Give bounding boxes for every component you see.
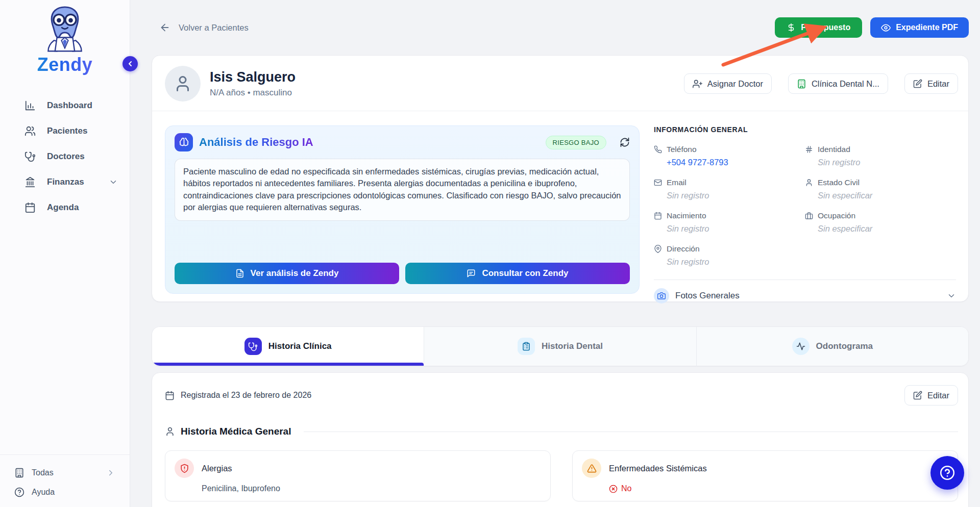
alert-triangle-icon-chip xyxy=(582,459,601,478)
assign-doctor-label: Asignar Doctor xyxy=(707,79,763,89)
ai-risk-card: Análisis de Riesgo IA RIESGO BAJO Pacien… xyxy=(165,125,640,294)
patient-body: Análisis de Riesgo IA RIESGO BAJO Pacien… xyxy=(152,111,968,303)
tab-label: Historia Clínica xyxy=(268,341,332,351)
field-label: Estado Civil xyxy=(818,178,860,187)
phone-link[interactable]: +504 9727-8793 xyxy=(667,158,805,167)
fotos-generales-toggle[interactable]: Fotos Generales xyxy=(654,288,956,303)
clipboard-icon-chip xyxy=(518,338,535,355)
help-icon xyxy=(14,487,24,497)
avatar xyxy=(165,66,201,102)
activity-icon xyxy=(796,342,805,351)
tab-historia-dental[interactable]: Historia Dental xyxy=(424,327,696,366)
sidebar-item-doctores[interactable]: Doctores xyxy=(0,144,130,169)
alergias-card: Alergias Penicilina, Ibuprofeno xyxy=(165,450,551,501)
field-ocupacion: Ocupación Sin especificar xyxy=(805,211,956,234)
topbar: Volver a Pacientes Presupuesto Expedient… xyxy=(152,15,969,40)
hash-icon xyxy=(805,145,813,154)
sidebar-item-label: Ayuda xyxy=(32,488,55,497)
building-icon xyxy=(14,468,24,478)
field-value: Sin registro xyxy=(667,257,805,267)
patient-meta: N/A años • masculino xyxy=(210,88,296,98)
shield-alert-icon xyxy=(180,464,189,473)
help-fab-button[interactable] xyxy=(930,456,964,490)
info-grid: Teléfono +504 9727-8793 Email Sin regist… xyxy=(654,145,956,277)
field-estado-civil: Estado Civil Sin especificar xyxy=(805,178,956,200)
field-direccion: Dirección Sin registro xyxy=(654,244,805,267)
refresh-analysis-button[interactable] xyxy=(620,137,630,147)
user-icon xyxy=(165,426,175,437)
sidebar-item-agenda[interactable]: Agenda xyxy=(0,195,130,220)
historia-clinica-panel: Registrada el 23 de febrero de 2026 Edit… xyxy=(152,372,969,507)
eye-icon xyxy=(881,23,891,33)
map-pin-icon xyxy=(654,245,662,253)
consult-zendy-button[interactable]: Consultar con Zendy xyxy=(405,263,630,284)
sidebar-item-ayuda[interactable]: Ayuda xyxy=(14,483,115,502)
brain-icon xyxy=(179,137,189,148)
zendy-tooth-mascot-logo xyxy=(40,5,89,56)
calendar-icon xyxy=(165,391,175,400)
info-column-left: Teléfono +504 9727-8793 Email Sin regist… xyxy=(654,145,805,277)
consult-zendy-label: Consultar con Zendy xyxy=(482,268,568,278)
field-label: Identidad xyxy=(818,145,850,154)
sidebar-item-label: Pacientes xyxy=(47,126,87,136)
view-analysis-label: Ver análisis de Zendy xyxy=(251,268,339,278)
field-value: Sin especificar xyxy=(818,224,956,234)
sidebar-item-finanzas[interactable]: Finanzas xyxy=(0,169,130,195)
main-content: Volver a Pacientes Presupuesto Expedient… xyxy=(130,0,980,507)
card-value-negative: No xyxy=(609,484,948,493)
risk-card-header: Análisis de Riesgo IA RIESGO BAJO xyxy=(175,133,630,151)
back-to-patients-link[interactable]: Volver a Pacientes xyxy=(152,22,249,33)
info-title: INFORMACIÓN GENERAL xyxy=(654,125,956,134)
chevron-down-icon xyxy=(947,291,956,300)
bank-icon xyxy=(24,176,36,188)
chevron-down-icon xyxy=(109,178,118,187)
tab-label: Odontograma xyxy=(816,341,873,351)
users-icon xyxy=(24,125,36,137)
chat-icon xyxy=(467,269,476,278)
user-icon xyxy=(174,74,192,93)
calendar-icon xyxy=(24,202,36,213)
camera-icon-chip xyxy=(654,288,669,303)
clinic-label: Clínica Dental N... xyxy=(812,79,879,89)
arrow-left-icon xyxy=(159,22,170,33)
phone-icon xyxy=(654,145,662,154)
edit-history-button[interactable]: Editar xyxy=(904,385,958,405)
view-analysis-button[interactable]: Ver análisis de Zendy xyxy=(175,263,399,284)
field-email: Email Sin registro xyxy=(654,178,805,200)
tab-historia-clinica[interactable]: Historia Clínica xyxy=(152,327,424,366)
patient-identity: Isis Salguero N/A años • masculino xyxy=(210,69,296,98)
user-icon xyxy=(805,179,813,187)
info-column-right: Identidad Sin registro Estado Civil Sin … xyxy=(805,145,956,277)
brand: Zendy xyxy=(0,0,130,75)
active-tab-indicator xyxy=(152,363,424,366)
edit-patient-button[interactable]: Editar xyxy=(904,73,958,94)
alert-triangle-icon xyxy=(587,464,597,473)
presupuesto-button[interactable]: Presupuesto xyxy=(775,17,862,38)
sidebar-collapse-button[interactable] xyxy=(122,56,138,71)
sidebar-item-pacientes[interactable]: Pacientes xyxy=(0,118,130,144)
tab-odontograma[interactable]: Odontograma xyxy=(697,327,968,366)
edit-icon xyxy=(913,391,922,400)
assign-doctor-button[interactable]: Asignar Doctor xyxy=(684,73,772,94)
field-identidad: Identidad Sin registro xyxy=(805,145,956,167)
sidebar-item-dashboard[interactable]: Dashboard xyxy=(0,93,130,118)
field-value: Sin registro xyxy=(818,158,956,167)
back-link-label: Volver a Pacientes xyxy=(179,23,249,33)
patient-name: Isis Salguero xyxy=(210,69,296,85)
brand-name: Zendy xyxy=(0,54,130,75)
calendar-icon xyxy=(654,212,662,220)
x-circle-icon xyxy=(609,485,618,493)
brain-icon-chip xyxy=(175,133,193,151)
risk-analysis-text: Paciente masculino de edad no especifica… xyxy=(175,159,630,221)
help-icon xyxy=(939,464,956,481)
expediente-pdf-button[interactable]: Expediente PDF xyxy=(870,17,969,38)
tab-label: Historia Dental xyxy=(542,341,603,351)
sidebar-item-todas[interactable]: Todas xyxy=(14,463,115,483)
clinic-building-icon xyxy=(797,79,806,89)
patient-header: Isis Salguero N/A años • masculino Asign… xyxy=(152,56,968,111)
chevron-left-icon xyxy=(126,60,134,68)
clinic-button[interactable]: Clínica Dental N... xyxy=(788,73,888,94)
registration-row: Registrada el 23 de febrero de 2026 Edit… xyxy=(165,385,958,405)
divider xyxy=(654,280,956,280)
user-plus-icon xyxy=(693,79,702,89)
